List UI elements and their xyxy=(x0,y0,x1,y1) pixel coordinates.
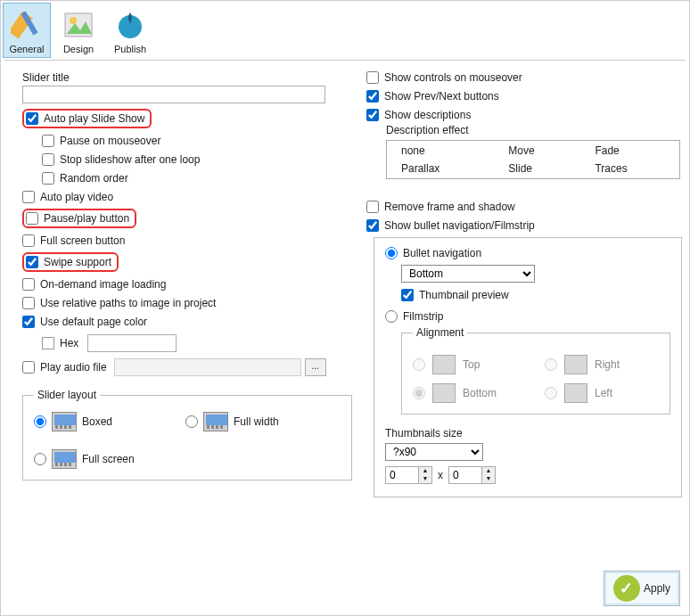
defaultcolor-label: Use default page color xyxy=(40,316,147,328)
filmstrip-label: Filmstrip xyxy=(403,310,443,323)
spinner-buttons[interactable]: ▲▼ xyxy=(482,466,496,484)
remove-frame-checkbox[interactable] xyxy=(366,201,379,213)
audio-label: Play audio file xyxy=(40,361,107,374)
thumb-size-preset[interactable]: ?x90 xyxy=(385,443,483,461)
pauseplay-highlight: Pause/play button xyxy=(22,209,136,228)
tab-design[interactable]: Design xyxy=(54,3,103,58)
show-bulletnav-checkbox[interactable] xyxy=(366,219,379,232)
nav-group: Bullet navigation Bottom Thumbnail previ… xyxy=(374,237,682,497)
ondemand-label: On-demand image loading xyxy=(40,278,166,291)
pause-mouseover-checkbox[interactable] xyxy=(42,135,54,147)
image-icon xyxy=(61,7,96,43)
show-controls-label: Show controls on mouseover xyxy=(384,71,522,84)
thumb-size-label: Thumbnails size xyxy=(385,427,463,439)
slider-title-input[interactable] xyxy=(22,86,325,103)
ondemand-checkbox[interactable] xyxy=(22,278,35,291)
check-icon: ✓ xyxy=(613,575,640,602)
pauseplay-label: Pause/play button xyxy=(44,212,129,225)
wrench-icon xyxy=(9,7,45,43)
layout-thumb-icon xyxy=(203,412,228,431)
align-right: Right xyxy=(545,355,659,374)
tab-label: General xyxy=(9,44,44,54)
swipe-checkbox[interactable] xyxy=(26,256,38,268)
layout-thumb-icon xyxy=(52,449,77,469)
hex-swatch[interactable] xyxy=(42,337,54,349)
publish-icon xyxy=(112,7,148,43)
audio-checkbox[interactable] xyxy=(22,361,35,374)
autoplay-video-label: Auto play video xyxy=(40,191,113,203)
defaultcolor-checkbox[interactable] xyxy=(22,316,35,328)
thumb-preview-checkbox[interactable] xyxy=(401,289,414,301)
thumb-preview-label: Thumbnail preview xyxy=(419,289,509,301)
tab-publish[interactable]: Publish xyxy=(106,3,154,58)
alignment-legend: Alignment xyxy=(413,326,467,339)
align-thumb-icon xyxy=(432,355,456,374)
spinner-buttons[interactable]: ▲▼ xyxy=(419,466,432,484)
pause-mouseover-label: Pause on mouseover xyxy=(60,135,160,147)
autoplay-checkbox[interactable] xyxy=(26,112,38,125)
align-thumb-icon xyxy=(564,355,587,374)
desc-effect-list[interactable]: noneMoveFade ParallaxSlideTraces xyxy=(386,140,680,179)
random-order-checkbox[interactable] xyxy=(42,172,54,185)
show-desc-checkbox[interactable] xyxy=(366,109,379,121)
show-prevnext-checkbox[interactable] xyxy=(366,90,379,103)
fullscreen-button-checkbox[interactable] xyxy=(22,234,35,247)
align-bottom: Bottom xyxy=(413,383,527,403)
random-order-label: Random order xyxy=(60,172,128,185)
slider-title-label: Slider title xyxy=(22,71,352,84)
bullet-position-select[interactable]: Bottom xyxy=(401,265,535,283)
slider-layout-group: Slider layout Boxed Full width Full scre… xyxy=(22,389,352,480)
browse-button[interactable]: ... xyxy=(305,358,326,376)
align-left: Left xyxy=(545,383,659,403)
hex-input[interactable] xyxy=(87,334,177,352)
fullscreen-button-label: Full screen button xyxy=(40,234,125,247)
alignment-group: Alignment Top Right Bottom Left xyxy=(401,326,670,415)
tab-general[interactable]: General xyxy=(3,3,51,58)
align-top: Top xyxy=(413,355,527,374)
tab-label: Publish xyxy=(114,44,146,54)
audio-path-input xyxy=(114,358,301,376)
autoplay-label: Auto play Slide Show xyxy=(44,112,144,125)
layout-fullscreen[interactable]: Full screen xyxy=(34,449,168,469)
desc-effect-label: Description effect xyxy=(386,124,469,136)
remove-frame-label: Remove frame and shadow xyxy=(384,201,515,213)
hex-label: Hex xyxy=(60,337,78,349)
thumb-height-input[interactable] xyxy=(448,466,482,484)
relpaths-checkbox[interactable] xyxy=(22,297,35,309)
pauseplay-checkbox[interactable] xyxy=(26,212,38,225)
show-bulletnav-label: Show bullet navigation/Filmstrip xyxy=(384,219,535,232)
layout-thumb-icon xyxy=(52,412,77,431)
swipe-highlight: Swipe support xyxy=(22,252,119,272)
layout-boxed[interactable]: Boxed xyxy=(34,412,168,431)
bullet-nav-label: Bullet navigation xyxy=(403,247,481,259)
tab-label: Design xyxy=(63,44,94,54)
svg-point-3 xyxy=(70,17,77,24)
x-label: x xyxy=(438,469,443,481)
filmstrip-radio[interactable] xyxy=(385,310,398,323)
apply-button[interactable]: ✓ Apply xyxy=(604,571,680,606)
bullet-nav-radio[interactable] xyxy=(385,247,398,259)
stop-oneloop-checkbox[interactable] xyxy=(42,153,54,166)
autoplay-highlight: Auto play Slide Show xyxy=(22,109,152,128)
thumb-width-input[interactable] xyxy=(385,466,419,484)
align-thumb-icon xyxy=(432,383,456,403)
layout-legend: Slider layout xyxy=(34,389,100,401)
show-desc-label: Show descriptions xyxy=(384,109,471,121)
layout-fullwidth[interactable]: Full width xyxy=(185,412,319,431)
relpaths-label: Use relative paths to image in project xyxy=(40,297,216,309)
autoplay-video-checkbox[interactable] xyxy=(22,191,35,203)
show-prevnext-label: Show Prev/Next buttons xyxy=(384,90,499,103)
apply-label: Apply xyxy=(644,582,670,595)
stop-oneloop-label: Stop slideshow after one loop xyxy=(60,153,200,166)
show-controls-checkbox[interactable] xyxy=(366,71,379,84)
align-thumb-icon xyxy=(564,383,587,403)
swipe-label: Swipe support xyxy=(44,256,111,268)
